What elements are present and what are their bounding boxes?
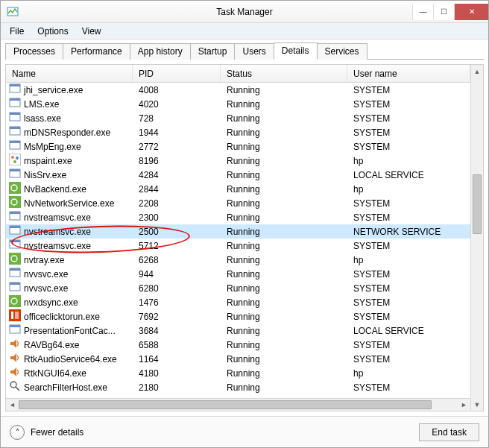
- cell-name: officeclicktorun.exe: [6, 309, 133, 324]
- col-header-user[interactable]: User name: [347, 65, 470, 82]
- table-row[interactable]: nvstreamsvc.exe5712RunningSYSTEM: [6, 239, 470, 253]
- tab-startup[interactable]: Startup: [190, 43, 236, 60]
- process-name: PresentationFontCac...: [24, 326, 116, 336]
- table-row[interactable]: NvNetworkService.exe2208RunningSYSTEM: [6, 196, 470, 210]
- close-button[interactable]: ✕: [454, 4, 488, 20]
- cell-name: LMS.exe: [6, 97, 133, 111]
- table-row[interactable]: nvstreamsvc.exe2300RunningSYSTEM: [6, 210, 470, 224]
- cell-user: LOCAL SERVICE: [347, 170, 470, 180]
- cell-name: nvvsvc.exe: [6, 281, 133, 295]
- menu-file[interactable]: File: [4, 25, 30, 38]
- process-icon: [9, 352, 21, 366]
- process-icon: [9, 125, 21, 139]
- table-row[interactable]: jhi_service.exe4008RunningSYSTEM: [6, 83, 470, 97]
- tab-app-history[interactable]: App history: [130, 43, 191, 60]
- cell-status: Running: [221, 227, 347, 237]
- scroll-left-icon[interactable]: ◄: [6, 401, 19, 408]
- process-name: lsass.exe: [24, 113, 61, 124]
- process-table: Name PID Status User name jhi_service.ex…: [5, 64, 484, 411]
- menu-view[interactable]: View: [76, 25, 107, 38]
- table-row[interactable]: nvstreamsvc.exe2500RunningNETWORK SERVIC…: [6, 224, 470, 239]
- scroll-up-icon[interactable]: ▲: [471, 65, 483, 78]
- table-row[interactable]: nvtray.exe6268Runninghp: [6, 253, 470, 267]
- cell-user: SYSTEM: [347, 340, 470, 350]
- process-icon: [9, 139, 21, 154]
- table-row[interactable]: nvvsvc.exe944RunningSYSTEM: [6, 267, 470, 281]
- process-name: SearchFilterHost.exe: [24, 382, 107, 393]
- maximize-button[interactable]: ☐: [433, 4, 454, 20]
- process-name: nvtray.exe: [24, 255, 64, 265]
- table-row[interactable]: PresentationFontCac...3684RunningLOCAL S…: [6, 324, 470, 338]
- table-row[interactable]: lsass.exe728RunningSYSTEM: [6, 111, 470, 125]
- cell-pid: 1476: [133, 297, 221, 308]
- vscroll-thumb[interactable]: [473, 174, 482, 234]
- cell-user: hp: [347, 368, 470, 379]
- cell-status: Running: [221, 156, 347, 166]
- process-icon: [9, 309, 21, 324]
- fewer-details-button[interactable]: ˄ Fewer details: [10, 425, 83, 440]
- cell-pid: 4008: [133, 85, 221, 95]
- cell-name: RtkNGUI64.exe: [6, 366, 133, 380]
- process-icon: [9, 111, 21, 125]
- svg-point-14: [13, 160, 16, 163]
- tab-performance[interactable]: Performance: [63, 43, 130, 60]
- table-row[interactable]: MsMpEng.exe2772RunningSYSTEM: [6, 139, 470, 154]
- cell-status: Running: [221, 312, 347, 322]
- tab-details[interactable]: Details: [274, 42, 318, 60]
- process-icon: [9, 267, 21, 281]
- table-row[interactable]: mspaint.exe8196Runninghp: [6, 154, 470, 168]
- cell-user: SYSTEM: [347, 283, 470, 294]
- horizontal-scrollbar[interactable]: ◄ ►: [6, 398, 470, 411]
- cell-pid: 944: [133, 269, 221, 280]
- scroll-right-icon[interactable]: ►: [458, 401, 470, 408]
- end-task-button[interactable]: End task: [419, 423, 479, 441]
- cell-status: Running: [221, 269, 347, 280]
- cell-status: Running: [221, 127, 347, 138]
- table-row[interactable]: RAVBg64.exe6588RunningSYSTEM: [6, 338, 470, 352]
- svg-rect-32: [10, 283, 20, 285]
- table-row[interactable]: NvBackend.exe2844Runninghp: [6, 182, 470, 196]
- cell-name: NisSrv.exe: [6, 168, 133, 182]
- process-icon: [9, 168, 21, 182]
- col-header-pid[interactable]: PID: [133, 65, 221, 82]
- cell-status: Running: [221, 113, 347, 124]
- cell-pid: 6280: [133, 283, 221, 294]
- table-row[interactable]: SearchFilterHost.exe2180RunningSYSTEM: [6, 380, 470, 394]
- table-row[interactable]: mDNSResponder.exe1944RunningSYSTEM: [6, 125, 470, 139]
- col-header-status[interactable]: Status: [221, 65, 347, 82]
- process-icon: [9, 83, 21, 97]
- svg-point-12: [11, 156, 14, 159]
- table-row[interactable]: RtkAudioService64.exe1164RunningSYSTEM: [6, 352, 470, 366]
- process-name: mDNSResponder.exe: [24, 127, 110, 138]
- cell-pid: 5712: [133, 241, 221, 251]
- table-row[interactable]: nvvsvc.exe6280RunningSYSTEM: [6, 281, 470, 295]
- table-row[interactable]: nvxdsync.exe1476RunningSYSTEM: [6, 295, 470, 309]
- table-row[interactable]: officeclicktorun.exe7692RunningSYSTEM: [6, 309, 470, 324]
- col-header-name[interactable]: Name: [6, 65, 133, 82]
- svg-rect-2: [10, 84, 20, 86]
- cell-name: nvstreamsvc.exe: [6, 210, 133, 224]
- cell-pid: 4284: [133, 170, 221, 180]
- cell-status: Running: [221, 340, 347, 350]
- cell-pid: 2208: [133, 198, 221, 209]
- cell-name: nvtray.exe: [6, 253, 133, 267]
- table-row[interactable]: NisSrv.exe4284RunningLOCAL SERVICE: [6, 168, 470, 182]
- hscroll-thumb[interactable]: [19, 400, 432, 409]
- cell-name: nvxdsync.exe: [6, 295, 133, 309]
- menu-options[interactable]: Options: [31, 25, 74, 38]
- scroll-down-icon[interactable]: ▼: [471, 398, 483, 411]
- process-icon: [9, 196, 21, 210]
- minimize-button[interactable]: —: [412, 4, 433, 20]
- table-row[interactable]: LMS.exe4020RunningSYSTEM: [6, 97, 470, 111]
- process-name: nvstreamsvc.exe: [24, 212, 91, 223]
- tab-services[interactable]: Services: [317, 43, 367, 60]
- tab-users[interactable]: Users: [234, 43, 274, 60]
- table-row[interactable]: RtkNGUI64.exe4180Runninghp: [6, 366, 470, 380]
- cell-status: Running: [221, 368, 347, 379]
- cell-user: SYSTEM: [347, 85, 470, 95]
- tab-processes[interactable]: Processes: [5, 43, 63, 60]
- vertical-scrollbar[interactable]: ▲ ▼: [470, 65, 483, 411]
- process-name: mspaint.exe: [24, 156, 72, 166]
- cell-name: nvstreamsvc.exe: [6, 224, 133, 239]
- svg-point-43: [10, 382, 16, 388]
